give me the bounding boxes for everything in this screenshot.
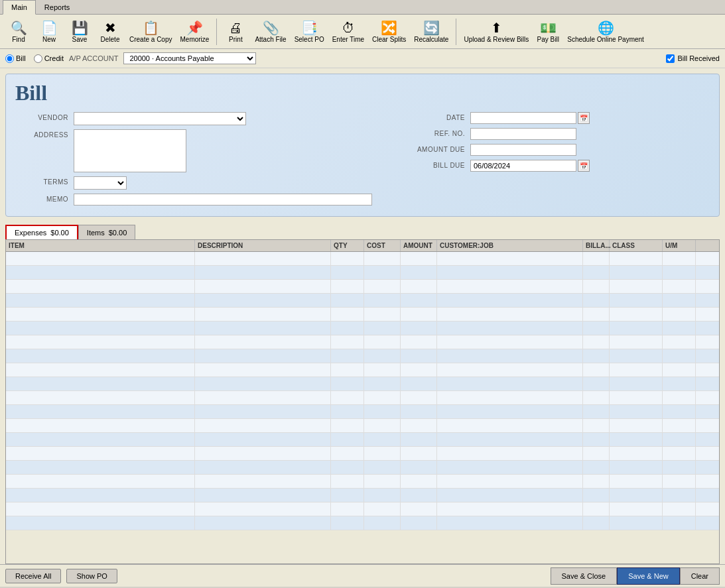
terms-select[interactable] bbox=[74, 176, 127, 190]
table-row bbox=[6, 308, 719, 322]
col-header-billable: BILLA... bbox=[583, 240, 610, 251]
table-row bbox=[6, 349, 719, 363]
pay-bill-button[interactable]: 💵 Pay Bill bbox=[533, 17, 562, 46]
terms-row: TERMS bbox=[15, 176, 372, 190]
bill-due-calendar-button[interactable]: 📅 bbox=[578, 160, 590, 172]
vendor-label: VENDOR bbox=[15, 112, 68, 121]
print-button[interactable]: 🖨 Print bbox=[221, 17, 250, 46]
form-col-left: VENDOR ADDRESS TERMS MEMO bbox=[15, 112, 372, 209]
top-tabs: Main Reports bbox=[0, 0, 725, 15]
ap-account-select[interactable]: 20000 · Accounts Payable bbox=[123, 52, 256, 64]
memorize-label: Memorize bbox=[180, 36, 209, 43]
show-po-button[interactable]: Show PO bbox=[66, 569, 117, 583]
credit-radio-label[interactable]: Credit bbox=[34, 54, 64, 63]
save-close-button[interactable]: Save & Close bbox=[551, 567, 618, 585]
bill-received-checkbox[interactable] bbox=[666, 54, 675, 63]
clear-splits-button[interactable]: 🔀 Clear Splits bbox=[369, 17, 409, 46]
upload-review-button[interactable]: ⬆ Upload & Review Bills bbox=[460, 17, 532, 46]
table-row bbox=[6, 335, 719, 349]
form-col-right: DATE 📅 REF. NO. AMOUNT DUE 0.00 BILL DUE bbox=[412, 112, 710, 209]
delete-label: Delete bbox=[101, 36, 120, 43]
recalculate-icon: 🔄 bbox=[423, 20, 440, 36]
find-icon: 🔍 bbox=[11, 20, 27, 36]
memo-label: MEMO bbox=[15, 194, 68, 203]
table-row bbox=[6, 280, 719, 294]
memo-input[interactable] bbox=[74, 194, 372, 206]
select-po-icon: 📑 bbox=[301, 20, 318, 36]
memorize-icon: 📌 bbox=[186, 20, 203, 36]
amount-due-row: AMOUNT DUE 0.00 bbox=[412, 144, 710, 156]
col-header-item: ITEM bbox=[6, 240, 195, 251]
expenses-tab-amount: $0.00 bbox=[50, 229, 69, 237]
upload-review-label: Upload & Review Bills bbox=[464, 36, 529, 43]
bill-due-label: BILL DUE bbox=[412, 160, 465, 169]
col-header-qty: QTY bbox=[331, 240, 364, 251]
tab-main[interactable]: Main bbox=[3, 0, 36, 15]
ap-account-label: A/P ACCOUNT bbox=[69, 54, 118, 62]
create-copy-button[interactable]: 📋 Create a Copy bbox=[126, 17, 175, 46]
bill-due-input[interactable] bbox=[470, 160, 576, 172]
bill-radio-text: Bill bbox=[16, 54, 26, 62]
table-row bbox=[6, 322, 719, 335]
date-input[interactable] bbox=[470, 112, 576, 124]
tab-reports[interactable]: Reports bbox=[36, 0, 79, 14]
clear-button[interactable]: Clear bbox=[680, 567, 720, 585]
find-label: Find bbox=[12, 36, 25, 43]
main-content: Bill Credit A/P ACCOUNT 20000 · Accounts… bbox=[0, 49, 725, 564]
items-tab-amount: $0.00 bbox=[109, 229, 127, 237]
toolbar: 🔍 Find 📄 New 💾 Save ✖ Delete 📋 Create a … bbox=[0, 15, 725, 49]
schedule-online-button[interactable]: 🌐 Schedule Online Payment bbox=[564, 17, 647, 46]
bill-due-wrap: 📅 bbox=[470, 160, 590, 172]
print-label: Print bbox=[229, 36, 243, 43]
bill-received-group: Bill Received bbox=[666, 54, 720, 63]
vendor-row: VENDOR bbox=[15, 112, 372, 125]
attach-file-button[interactable]: 📎 Attach File bbox=[251, 17, 289, 46]
bill-due-row: BILL DUE 📅 bbox=[412, 160, 710, 172]
enter-time-button[interactable]: ⏱ Enter Time bbox=[329, 17, 367, 46]
pay-bill-label: Pay Bill bbox=[537, 36, 559, 43]
address-textarea[interactable] bbox=[74, 129, 186, 172]
recalculate-button[interactable]: 🔄 Recalculate bbox=[411, 17, 452, 46]
expenses-tab[interactable]: Expenses $0.00 bbox=[5, 225, 78, 239]
delete-button[interactable]: ✖ Delete bbox=[96, 17, 125, 46]
table-row bbox=[6, 502, 719, 516]
new-icon: 📄 bbox=[41, 20, 58, 36]
save-new-button[interactable]: Save & New bbox=[617, 567, 680, 585]
table-row bbox=[6, 475, 719, 489]
select-po-label: Select PO bbox=[295, 36, 324, 43]
select-po-button[interactable]: 📑 Select PO bbox=[291, 17, 328, 46]
table-row bbox=[6, 489, 719, 502]
table-row bbox=[6, 405, 719, 419]
address-label: ADDRESS bbox=[15, 129, 68, 139]
save-button[interactable]: 💾 Save bbox=[65, 17, 94, 46]
new-button[interactable]: 📄 New bbox=[34, 17, 64, 46]
amount-due-input[interactable]: 0.00 bbox=[470, 144, 576, 156]
table-row bbox=[6, 363, 719, 377]
col-header-class: CLASS bbox=[610, 240, 663, 251]
clear-splits-label: Clear Splits bbox=[372, 36, 406, 43]
ref-no-input[interactable] bbox=[470, 128, 576, 140]
ap-row: Bill Credit A/P ACCOUNT 20000 · Accounts… bbox=[0, 49, 725, 68]
date-label: DATE bbox=[412, 112, 465, 121]
items-grid: ITEM DESCRIPTION QTY COST AMOUNT CUSTOME… bbox=[5, 239, 720, 564]
create-copy-label: Create a Copy bbox=[129, 36, 172, 43]
pay-bill-icon: 💵 bbox=[540, 20, 557, 36]
ref-no-label: REF. NO. bbox=[412, 128, 465, 137]
address-row: ADDRESS bbox=[15, 129, 372, 172]
find-button[interactable]: 🔍 Find bbox=[4, 17, 33, 46]
bill-radio-label[interactable]: Bill bbox=[5, 54, 26, 63]
attach-file-icon: 📎 bbox=[263, 20, 279, 36]
terms-label: TERMS bbox=[15, 176, 68, 186]
print-icon: 🖨 bbox=[229, 20, 242, 36]
grid-body bbox=[6, 252, 719, 563]
expenses-items-tabs: Expenses $0.00 Items $0.00 bbox=[5, 225, 720, 239]
memorize-button[interactable]: 📌 Memorize bbox=[176, 17, 212, 46]
items-tab[interactable]: Items $0.00 bbox=[78, 225, 135, 239]
bill-radio[interactable] bbox=[5, 54, 14, 63]
upload-review-icon: ⬆ bbox=[491, 20, 502, 36]
date-calendar-button[interactable]: 📅 bbox=[578, 112, 590, 124]
vendor-select[interactable] bbox=[74, 112, 246, 125]
credit-radio[interactable] bbox=[34, 54, 42, 63]
items-tab-label: Items bbox=[87, 229, 105, 237]
receive-all-button[interactable]: Receive All bbox=[5, 569, 61, 583]
